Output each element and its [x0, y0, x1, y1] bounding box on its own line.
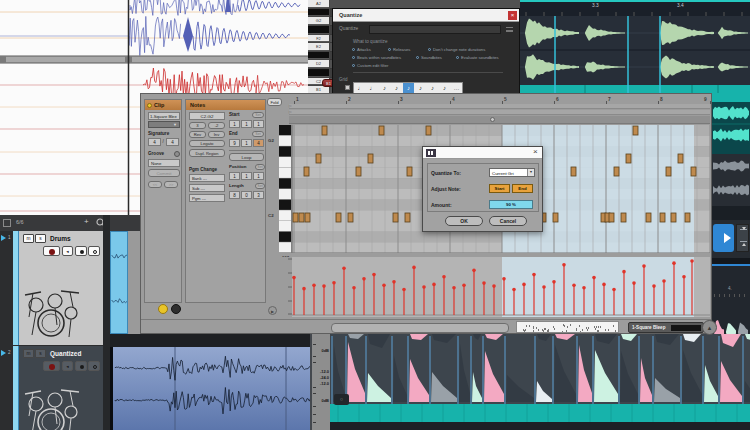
midi-note[interactable] — [299, 213, 304, 222]
bank-field[interactable]: Bank --- — [189, 174, 225, 182]
piano-key[interactable]: F2 — [308, 35, 329, 43]
edit-channel-button[interactable] — [75, 246, 87, 256]
length-beats[interactable]: 0 — [241, 191, 252, 199]
piano-key[interactable] — [308, 52, 329, 60]
amount-field[interactable]: 90 % — [489, 200, 533, 209]
piano-key[interactable] — [279, 125, 291, 135]
quantize-to-dropdown[interactable]: Current Gri ▼ — [489, 168, 535, 177]
start-beats[interactable]: 1 — [241, 120, 252, 128]
clip-name-badge[interactable]: 1-Square Bleep — [628, 322, 704, 333]
piano-key[interactable] — [279, 168, 291, 178]
option-radio[interactable] — [428, 48, 431, 51]
slice-waveform-view[interactable]: ○ — [330, 334, 750, 430]
ok-button[interactable]: OK — [445, 216, 483, 226]
piano-key[interactable]: E2 — [308, 43, 329, 51]
next-groove-button[interactable]: >> — [164, 181, 178, 188]
length-units[interactable]: 3 — [253, 191, 264, 199]
midi-note[interactable] — [609, 213, 614, 222]
monitor-button[interactable]: ◄ — [62, 246, 73, 256]
midi-icon[interactable] — [158, 304, 168, 314]
end-bars[interactable]: 9 — [229, 139, 240, 147]
duplicate-region-button[interactable]: Dupl. Region — [189, 149, 225, 157]
status-circle-icon[interactable]: ▲ — [702, 320, 717, 335]
loop-button[interactable]: Loop — [229, 153, 264, 161]
midi-note[interactable] — [685, 213, 690, 222]
signature-denominator[interactable]: 4 — [166, 138, 179, 146]
midi-note[interactable] — [553, 213, 558, 222]
scrub-area[interactable] — [289, 116, 710, 124]
note-range-field[interactable]: C2-G2 — [189, 112, 225, 120]
piano-key[interactable] — [279, 200, 291, 210]
piano-key[interactable] — [279, 157, 291, 167]
end-units[interactable]: 4 — [253, 139, 264, 147]
piano-key[interactable]: D2 — [308, 60, 329, 68]
position-beats[interactable]: 1 — [241, 172, 252, 180]
option-radio[interactable] — [456, 56, 459, 59]
monitor-button[interactable]: ◄ — [62, 361, 73, 371]
track-select-arrow[interactable] — [1, 235, 6, 241]
piano-key[interactable] — [279, 146, 291, 156]
legato-button[interactable]: Legato — [189, 140, 225, 147]
marker-pin-icon[interactable] — [490, 117, 495, 122]
midi-note[interactable] — [405, 213, 410, 222]
record-arm-button[interactable] — [43, 246, 60, 256]
cancel-button[interactable]: Cancel — [489, 216, 527, 226]
automation-button[interactable] — [88, 361, 100, 371]
note-value-icon[interactable]: ♪ — [415, 83, 426, 93]
length-set-button[interactable]: Set — [255, 183, 265, 189]
position-set-button[interactable]: Set — [255, 164, 265, 170]
note-value-icon[interactable]: ♪ — [427, 83, 438, 93]
midi-note[interactable] — [379, 126, 384, 135]
option-radio[interactable] — [388, 48, 391, 51]
piano-key[interactable]: A2 — [308, 0, 329, 8]
start-bars[interactable]: 1 — [229, 120, 240, 128]
dialog-titlebar[interactable] — [423, 147, 542, 159]
sub-field[interactable]: Sub --- — [189, 184, 225, 192]
track-row[interactable]: msQuantized◄ — [19, 346, 103, 430]
adjust-start-button[interactable]: Start — [489, 184, 510, 193]
option-radio[interactable] — [416, 56, 419, 59]
note-value-icon[interactable]: ♪ — [391, 83, 402, 93]
piano-key[interactable] — [279, 189, 291, 199]
length-bars[interactable]: 8 — [229, 191, 240, 199]
midi-note[interactable] — [614, 167, 619, 176]
beat-time-ruler[interactable]: 123456789 — [141, 94, 712, 104]
piano-key[interactable] — [308, 26, 329, 34]
clip-color-dropdown[interactable]: ▼ — [148, 121, 180, 128]
commit-button[interactable]: Commit — [148, 169, 180, 177]
midi-note[interactable] — [368, 154, 373, 163]
track-row[interactable]: msDrums◄ — [19, 231, 103, 345]
clip-overview-strip[interactable] — [516, 321, 619, 333]
status-field[interactable] — [331, 323, 509, 333]
piano-key[interactable] — [279, 242, 291, 252]
audio-clip-waveform[interactable] — [110, 347, 310, 430]
pgm-field[interactable]: Pgm --- — [189, 194, 225, 202]
audio-part-thumbnail[interactable] — [110, 231, 128, 334]
clip-name-field[interactable]: 1-Square Blee — [148, 112, 180, 120]
loop-lane-1[interactable]: ▷ — [289, 104, 710, 109]
midi-note[interactable] — [356, 167, 361, 176]
invert-button[interactable]: Inv — [208, 131, 225, 138]
note-value-icon[interactable]: ♪ — [379, 83, 390, 93]
midi-note[interactable] — [305, 213, 310, 222]
mute-button[interactable]: m — [23, 349, 34, 358]
midi-note[interactable] — [666, 167, 671, 176]
mute-button[interactable]: m — [23, 234, 34, 243]
piano-key[interactable] — [279, 178, 291, 188]
midi-note[interactable] — [646, 213, 651, 222]
option-radio[interactable] — [352, 48, 355, 51]
gear-icon[interactable]: ○ — [334, 394, 349, 405]
start-set-button[interactable]: Set — [252, 112, 264, 118]
transpose-oct-button[interactable]: -2 — [208, 122, 225, 129]
midi-note[interactable] — [633, 126, 638, 135]
preview-headphone-icon[interactable] — [171, 304, 181, 314]
velocity-lane-toggle[interactable]: ▶ — [268, 306, 277, 315]
transpose-semi-button[interactable]: 3 — [189, 122, 206, 129]
piano-key[interactable] — [279, 232, 291, 242]
loop-lane-2[interactable]: ▷ — [289, 110, 710, 115]
note-value-icon[interactable]: … — [451, 83, 462, 93]
piano-key[interactable] — [279, 136, 291, 146]
note-value-icon[interactable]: ♩ — [355, 83, 366, 93]
end-set-button[interactable]: Set — [252, 131, 264, 137]
midi-note[interactable] — [621, 213, 626, 222]
